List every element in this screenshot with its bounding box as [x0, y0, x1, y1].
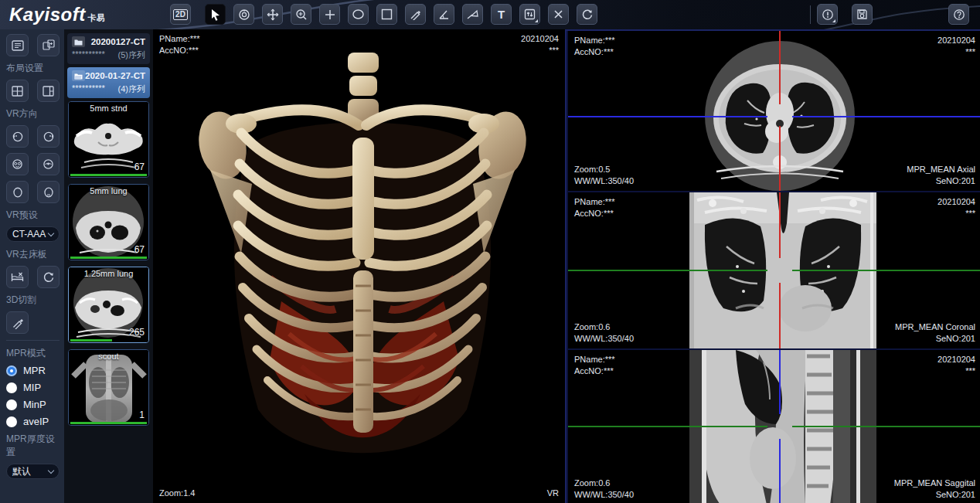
crosshair-vertical-blue[interactable]: [779, 350, 781, 414]
window-level-button[interactable]: [233, 4, 254, 25]
info-button[interactable]: [817, 4, 838, 25]
crosshair-horizontal-blue[interactable]: [792, 116, 980, 117]
pencil-measure-icon: [410, 8, 421, 20]
text-tool-button[interactable]: T: [491, 4, 512, 25]
thumbnail-progress-bar: [70, 422, 147, 424]
rectangle-tool-button[interactable]: [376, 4, 397, 25]
vr-head-posterior-button[interactable]: [37, 153, 60, 175]
crosshair-vertical-red[interactable]: [779, 31, 781, 104]
crosshair-vertical-red[interactable]: [779, 126, 781, 191]
mpr-thickness-value: 默认: [12, 465, 31, 478]
study-patient-masked: **********: [72, 49, 105, 61]
ellipse-icon: [352, 8, 365, 20]
study-item-2-selected[interactable]: 2020-01-27-CT ********** (4)序列: [67, 67, 150, 98]
view-type-label: VR: [547, 488, 559, 499]
crosshair-horizontal-green[interactable]: [792, 426, 980, 427]
remove-bed-button[interactable]: [6, 266, 29, 288]
section-label-mpr-thickness: MPR厚度设置: [6, 433, 60, 459]
crosshair-horizontal-green[interactable]: [568, 426, 767, 427]
section-label-vr-bed: VR去床板: [6, 248, 60, 261]
masked-value: ***: [937, 365, 975, 377]
mode-2d-button[interactable]: 2D: [170, 4, 191, 25]
info-icon: [822, 8, 834, 21]
study-title: 20200127-CT: [85, 37, 145, 46]
series-panel: 20200127-CT ********** (5)序列 2020-01-27-…: [64, 29, 153, 503]
delete-annotation-button[interactable]: [548, 4, 569, 25]
layout-swap-button[interactable]: [37, 34, 60, 56]
head-front-icon: [11, 158, 24, 170]
thumbnail-label: 1.25mm lung: [69, 269, 148, 278]
mpr-mode-radio-aveip[interactable]: aveIP: [6, 416, 60, 427]
reset-view-button[interactable]: [577, 4, 597, 25]
arrow-annotation-icon: [466, 8, 479, 20]
series-number: SeNO:201: [907, 175, 975, 187]
help-button[interactable]: [948, 4, 969, 25]
cut-3d-button[interactable]: [6, 311, 29, 334]
mpr-mode-radio-minp[interactable]: MinP: [6, 399, 60, 410]
mpr-mode-radio-mip[interactable]: MIP: [6, 382, 60, 393]
zoom-factor: Zoom:0.6: [574, 478, 634, 489]
vr-head-right-button[interactable]: [37, 125, 60, 148]
measure-line-button[interactable]: [405, 4, 426, 25]
crosshair-vertical-red[interactable]: [779, 192, 781, 258]
mpr-thickness-dropdown[interactable]: 默认: [6, 464, 60, 479]
close-x-icon: [553, 9, 563, 19]
save-button[interactable]: [852, 4, 873, 25]
pan-tool-button[interactable]: [262, 4, 283, 25]
series-thumbnail-4[interactable]: scout 1: [68, 349, 149, 426]
cursor-tool-button[interactable]: [205, 4, 226, 25]
series-thumbnail-1[interactable]: 5mm stnd 67: [68, 101, 149, 178]
zoom-icon: [295, 8, 308, 21]
vr-head-anterior-button[interactable]: [6, 153, 29, 175]
rectangle-icon: [381, 8, 393, 20]
radio-selected-icon: [6, 365, 17, 376]
study-item-1[interactable]: 20200127-CT ********** (5)序列: [67, 33, 150, 64]
tool-buttons-group: 2D: [170, 4, 605, 25]
mode-2d-icon: 2D: [173, 9, 188, 20]
crosshair-vertical-blue[interactable]: [779, 439, 781, 503]
section-label-3d-cut: 3D切割: [6, 294, 60, 307]
crosshair-vertical-red[interactable]: [779, 283, 781, 348]
view-type-label: MPR_MEAN Saggital: [894, 478, 975, 489]
mpr-mode-radio-mpr[interactable]: MPR: [6, 365, 60, 376]
text-tool-icon: T: [498, 8, 505, 20]
crosshair-horizontal-green[interactable]: [792, 270, 980, 271]
mpr-sagittal-viewport[interactable]: PName:***AccNO:*** 20210204*** Zoom:0.6W…: [568, 350, 980, 503]
top-toolbar: Kayisoft 卡易 2D: [0, 0, 980, 29]
chevron-down-icon: [48, 467, 54, 473]
vr-preset-dropdown[interactable]: CT-AAA: [6, 226, 60, 242]
angle-tool-button[interactable]: [434, 4, 454, 25]
knife-icon: [12, 317, 24, 329]
vr-head-superior-button[interactable]: [6, 181, 29, 203]
grid-2x2-layout-button[interactable]: [6, 80, 29, 102]
series-thumbnail-2[interactable]: 5mm lung 67: [68, 184, 149, 260]
reset-rotate-icon: [581, 8, 594, 21]
crosshair-horizontal-blue[interactable]: [568, 116, 767, 117]
mpr-axial-viewport[interactable]: PName:***AccNO:*** 20210204*** Zoom:0.5W…: [568, 31, 980, 191]
thumbnail-image-count: 265: [129, 327, 145, 338]
split-1-2-layout-button[interactable]: [37, 80, 60, 102]
study-title: 2020-01-27-CT: [85, 71, 145, 80]
folder-icon: [72, 36, 85, 47]
accession-number: AccNO:***: [574, 365, 615, 377]
sort-cine-button[interactable]: [519, 4, 540, 25]
zoom-tool-button[interactable]: [291, 4, 311, 25]
vr-viewport[interactable]: PName:*** AccNO:*** 20210204 *** Zoom:1.…: [153, 29, 565, 503]
ellipse-tool-button[interactable]: [348, 4, 369, 25]
crosshair-tool-button[interactable]: [319, 4, 340, 25]
study-date: 20210204: [521, 33, 559, 45]
section-label-mpr-mode: MPR模式: [6, 347, 60, 360]
annotate-arrow-button[interactable]: [462, 4, 483, 25]
vr-reset-button[interactable]: [37, 266, 60, 288]
angle-icon: [438, 9, 451, 20]
radio-label: MIP: [23, 382, 41, 393]
zoom-factor: Zoom:1.4: [159, 488, 195, 499]
mpr-coronal-viewport[interactable]: PName:***AccNO:*** 20210204*** Zoom:0.6W…: [568, 192, 980, 348]
vr-head-inferior-button[interactable]: [37, 181, 60, 203]
layout-panel-button[interactable]: [6, 34, 29, 56]
thumbnail-label: 5mm stnd: [69, 104, 148, 113]
vr-head-left-button[interactable]: [6, 125, 29, 148]
thumbnail-progress-bar: [70, 174, 147, 176]
series-thumbnail-3-selected[interactable]: 1.25mm lung 265: [68, 267, 149, 343]
crosshair-horizontal-green[interactable]: [568, 270, 767, 271]
